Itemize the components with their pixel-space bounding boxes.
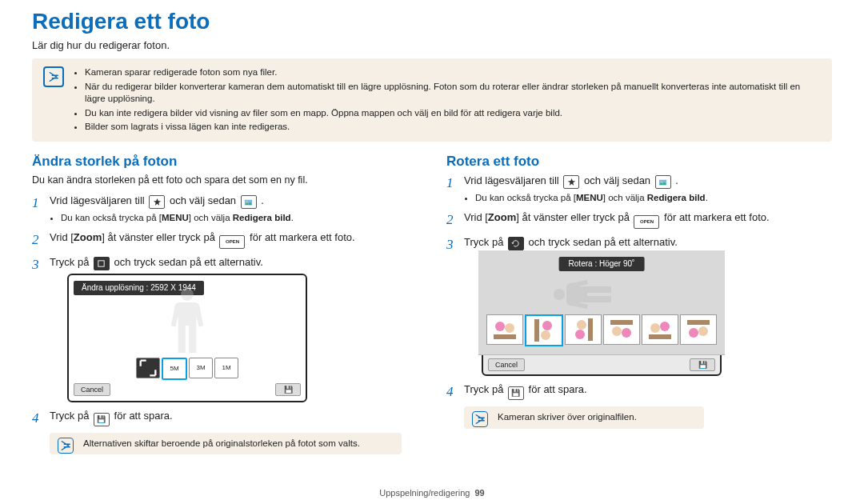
rotate-option-left90[interactable] [565,314,602,345]
resize-option-expand[interactable] [136,358,160,378]
svg-point-7 [495,322,505,331]
step-4: Tryck på 💾 för att spara. [446,382,832,400]
resize-option-3m[interactable]: 3M [189,358,213,378]
rotate-thumb-strip [478,314,725,346]
resize-option-1m[interactable]: 1M [214,358,238,378]
save-icon: 💾 [508,386,524,400]
svg-rect-24 [687,320,710,325]
rotate-preview: Rotera : Höger 90˚ [478,250,725,355]
step-2: Vrid [Zoom] åt vänster eller tryck på OP… [446,210,832,229]
step-3: Tryck på och tryck sedan på ett alternat… [446,235,832,377]
svg-point-8 [505,323,514,333]
step-2: Vrid [Zoom] åt vänster eller tryck på OP… [32,230,418,249]
rotate-option-right90[interactable] [525,314,563,346]
info-note-item: Kameran sparar redigerade foton som nya … [85,66,822,79]
resize-screenshot: Ändra upplösning : 2592 X 1944 5M 3M 1M [67,274,307,403]
svg-point-2 [246,201,248,202]
svg-marker-0 [154,198,161,206]
svg-point-13 [575,330,585,339]
info-note-item: När du redigerar bilder konverterar kame… [85,81,822,106]
svg-point-23 [698,326,708,336]
section-heading-resize: Ändra storlek på foton [32,153,418,171]
rotate-option-180[interactable] [603,314,640,345]
rotate-tip-text: Kameran skriver över originalfilen. [498,412,637,422]
mode-dial-icon [563,175,579,189]
step-1-sub: Du kan också trycka på [MENU] och välja … [475,191,832,204]
svg-point-6 [661,181,662,182]
rotate-caption: Rotera : Höger 90˚ [559,257,645,271]
svg-point-19 [660,322,670,331]
column-resize: Ändra storlek på foton Du kan ändra stor… [32,153,418,455]
cancel-button[interactable]: Cancel [488,358,525,372]
step-1-sub: Du kan också trycka på [MENU] och välja … [61,211,418,224]
resize-thumb-row: 5M 3M 1M [74,358,301,380]
info-note-box: Kameran sparar redigerade foton som nya … [32,58,832,142]
step-1: Vrid lägesväljaren till och välj sedan .… [32,194,418,224]
svg-rect-18 [610,320,633,325]
rotate-option-flip-v[interactable] [680,314,717,345]
info-icon [472,411,488,427]
page-title: Redigera ett foto [32,6,832,37]
info-note-item: Bilder som lagrats i vissa lägen kan int… [85,121,822,134]
save-disk-button[interactable]: 💾 [275,383,301,397]
section-heading-rotate: Rotera ett foto [446,153,832,171]
rotate-screenshot: Rotera : Höger 90˚ [482,254,722,377]
svg-marker-4 [568,178,575,186]
column-rotate: Rotera ett foto Vrid lägesväljaren till … [446,153,832,455]
svg-point-22 [689,328,698,338]
person-lying-silhouette [546,274,658,318]
svg-point-10 [542,321,552,330]
svg-rect-21 [649,334,671,339]
svg-rect-12 [534,319,539,342]
edit-image-icon [241,195,257,209]
rotate-option-original[interactable] [486,314,523,345]
resize-icon [94,257,110,270]
svg-rect-15 [588,318,593,341]
cancel-button[interactable]: Cancel [74,383,110,397]
step-4: Tryck på 💾 för att spara. [32,409,418,426]
info-note-list: Kameran sparar redigerade foton som nya … [74,66,822,134]
steps-resize: Vrid lägesväljaren till och välj sedan .… [32,194,418,426]
step-1: Vrid lägesväljaren till och välj sedan .… [446,174,832,204]
save-disk-button[interactable]: 💾 [690,358,715,372]
open-button-icon: OPEN [634,215,659,229]
page: Redigera ett foto Lär dig hur du rediger… [0,0,864,504]
section-sub-resize: Du kan ändra storleken på ett foto och s… [32,174,418,187]
svg-point-17 [612,326,622,336]
rotate-option-flip-h[interactable] [642,314,678,345]
info-note-item: Du kan inte redigera bilder vid visning … [85,107,822,120]
svg-rect-3 [98,260,104,266]
svg-point-14 [577,320,586,330]
resize-tip-box: Alternativen skiftar beroende på origina… [50,433,402,455]
resize-tip-text: Alternativen skiftar beroende på origina… [83,438,360,448]
edit-image-icon [655,175,671,189]
open-button-icon: OPEN [219,235,245,249]
resize-footer: Cancel 💾 [74,383,301,397]
step-3: Tryck på och tryck sedan på ett alternat… [32,255,418,403]
intro-text: Lär dig hur du redigerar foton. [32,38,832,53]
mode-dial-icon [149,195,165,209]
svg-rect-9 [494,334,516,339]
info-icon [43,66,64,87]
rotate-icon [508,237,524,250]
person-silhouette [155,281,219,357]
two-column-layout: Ändra storlek på foton Du kan ändra stor… [32,153,832,455]
rotate-tip-box: Kameran skriver över originalfilen. [464,406,704,429]
steps-rotate: Vrid lägesväljaren till och välj sedan .… [446,174,832,400]
svg-point-16 [622,328,631,338]
rotate-footer: Cancel 💾 [483,358,720,372]
resize-preview: 5M 3M 1M [74,306,301,380]
svg-point-20 [650,323,660,333]
info-icon [58,438,74,454]
resize-option-5m[interactable]: 5M [162,358,187,380]
save-icon: 💾 [94,413,110,426]
page-footer: Uppspelning/redigering 99 [0,487,864,499]
svg-point-11 [541,330,550,340]
